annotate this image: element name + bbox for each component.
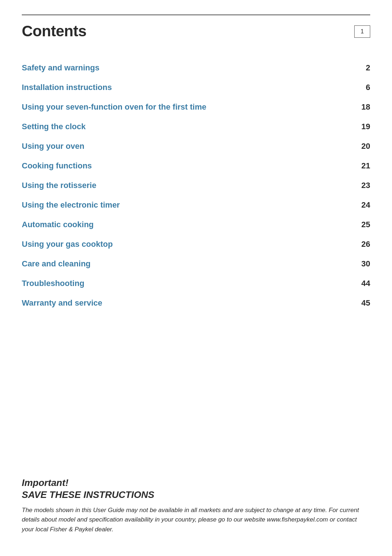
- toc-item[interactable]: Installation instructions6: [22, 78, 370, 97]
- toc-item-page: 21: [356, 161, 370, 171]
- toc-item[interactable]: Using your gas cooktop26: [22, 234, 370, 254]
- toc-item[interactable]: Using your seven-function oven for the f…: [22, 97, 370, 117]
- toc-item-title: Using your oven: [22, 142, 356, 151]
- toc-item[interactable]: Care and cleaning30: [22, 254, 370, 274]
- toc-item-page: 20: [356, 142, 370, 151]
- toc-item[interactable]: Using the rotisserie23: [22, 176, 370, 195]
- footer-save-label: SAVE THESE INSTRUCTIONS: [22, 489, 370, 500]
- toc-item-page: 30: [356, 259, 370, 269]
- toc-item-page: 24: [356, 200, 370, 210]
- toc-item-page: 18: [356, 102, 370, 112]
- page-header: Contents 1: [22, 15, 370, 40]
- toc-item-title: Safety and warnings: [22, 63, 356, 73]
- toc-item-page: 26: [356, 240, 370, 249]
- toc-item-page: 44: [356, 279, 370, 288]
- page-number-box: 1: [354, 25, 370, 38]
- toc-item[interactable]: Cooking functions21: [22, 156, 370, 176]
- toc-item[interactable]: Setting the clock19: [22, 117, 370, 136]
- toc-item-title: Care and cleaning: [22, 259, 356, 269]
- toc-item-title: Warranty and service: [22, 298, 356, 308]
- page-title: Contents: [22, 23, 86, 40]
- footer-body-text: The models shown in this User Guide may …: [22, 506, 370, 534]
- toc-item-page: 25: [356, 220, 370, 229]
- toc-list: Safety and warnings2Installation instruc…: [22, 58, 370, 313]
- page-container: Contents 1 Safety and warnings2Installat…: [0, 0, 392, 556]
- toc-item-title: Using your gas cooktop: [22, 240, 356, 249]
- toc-item-page: 19: [356, 122, 370, 131]
- toc-item-title: Setting the clock: [22, 122, 356, 131]
- toc-item-title: Using the rotisserie: [22, 181, 356, 190]
- toc-item[interactable]: Troubleshooting44: [22, 274, 370, 293]
- toc-item[interactable]: Warranty and service45: [22, 293, 370, 313]
- toc-item-title: Using the electronic timer: [22, 200, 356, 210]
- toc-item-page: 45: [356, 298, 370, 308]
- footer-important-label: Important!: [22, 477, 370, 488]
- toc-item[interactable]: Safety and warnings2: [22, 58, 370, 78]
- toc-item-title: Automatic cooking: [22, 220, 356, 229]
- toc-item-page: 23: [356, 181, 370, 190]
- toc-item-page: 2: [356, 63, 370, 73]
- toc-item[interactable]: Automatic cooking25: [22, 215, 370, 234]
- toc-item-title: Cooking functions: [22, 161, 356, 171]
- toc-item-page: 6: [356, 83, 370, 92]
- toc-item-title: Using your seven-function oven for the f…: [22, 102, 356, 112]
- footer-section: Important! SAVE THESE INSTRUCTIONS The m…: [22, 477, 370, 534]
- toc-item-title: Installation instructions: [22, 83, 356, 92]
- toc-item[interactable]: Using the electronic timer24: [22, 195, 370, 215]
- toc-item-title: Troubleshooting: [22, 279, 356, 288]
- toc-item[interactable]: Using your oven20: [22, 136, 370, 156]
